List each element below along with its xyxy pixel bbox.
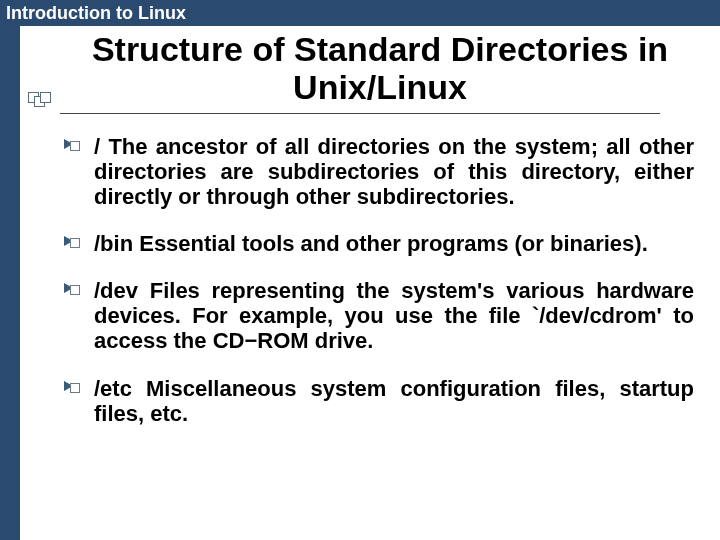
header-title: Introduction to Linux — [6, 3, 186, 23]
list-item-text: /bin Essential tools and other programs … — [94, 231, 648, 256]
side-bar — [0, 26, 20, 540]
list-item-text: /dev Files representing the system's var… — [94, 278, 694, 353]
title-accent-icon — [28, 92, 58, 107]
bullet-icon — [64, 381, 80, 395]
list-item: /bin Essential tools and other programs … — [64, 231, 694, 256]
list-item: /dev Files representing the system's var… — [64, 278, 694, 353]
list-item-text: /etc Miscellaneous system configuration … — [94, 376, 694, 426]
list-item-text: / The ancestor of all directories on the… — [94, 134, 694, 209]
list-item: /etc Miscellaneous system configuration … — [64, 376, 694, 426]
content-list: / The ancestor of all directories on the… — [64, 134, 694, 448]
list-item: / The ancestor of all directories on the… — [64, 134, 694, 209]
header-bar: Introduction to Linux — [0, 0, 720, 26]
title-underline — [60, 113, 660, 114]
bullet-icon — [64, 236, 80, 250]
bullet-icon — [64, 283, 80, 297]
slide-title: Structure of Standard Directories in Uni… — [60, 30, 700, 106]
slide: Introduction to Linux Structure of Stand… — [0, 0, 720, 540]
bullet-icon — [64, 139, 80, 153]
